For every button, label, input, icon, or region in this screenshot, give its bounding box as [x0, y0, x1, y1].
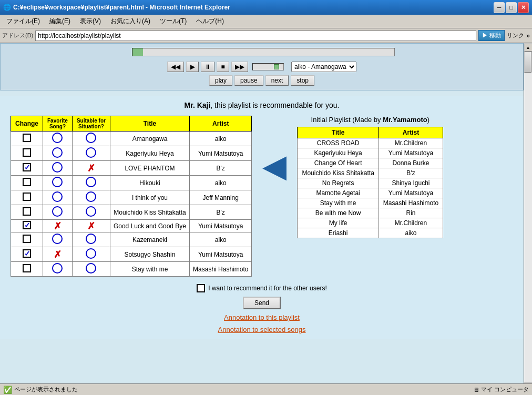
list-item: Change Of HeartDonna Burke [298, 158, 443, 168]
change-cell[interactable] [11, 205, 43, 220]
suitable-cell [72, 232, 110, 247]
table-row: ✗LOVE PHANTOMB'z [11, 161, 252, 176]
recommend-checkbox[interactable] [197, 284, 205, 292]
volume-slider[interactable] [252, 63, 284, 70]
initial-artist-cell: B'z [378, 168, 443, 178]
change-cell[interactable] [11, 190, 43, 205]
table-row: Kazemanekiaiko [11, 232, 252, 247]
circle-o-icon [86, 147, 96, 158]
minimize-button[interactable]: ─ [494, 2, 505, 13]
suitable-cell [72, 176, 110, 190]
circle-o-icon [52, 234, 63, 244]
change-checkbox[interactable] [23, 163, 31, 171]
address-input[interactable] [35, 31, 476, 41]
change-checkbox[interactable] [23, 134, 31, 142]
stop-button[interactable]: stop [291, 75, 314, 86]
menu-tools[interactable]: ツール(T) [156, 16, 191, 27]
change-checkbox[interactable] [23, 221, 31, 229]
suitable-cell [72, 247, 110, 262]
initial-playlist-table: Title Artist CROSS ROADMr.ChildrenKageri… [297, 127, 443, 238]
pause-ctrl-button[interactable]: ⏸ [201, 62, 214, 72]
send-button[interactable]: Send [243, 297, 281, 309]
list-item: No RegretsShinya Iguchi [298, 178, 443, 188]
col-header-favorite: FavoriteSong? [43, 116, 73, 131]
col-header-title: Title [110, 116, 189, 131]
close-button[interactable]: ✕ [518, 2, 529, 13]
change-checkbox[interactable] [23, 235, 31, 243]
menu-view[interactable]: 表示(V) [76, 16, 105, 27]
change-cell[interactable] [11, 232, 43, 247]
stop-ctrl-button[interactable]: ■ [217, 62, 229, 72]
recommend-label: I want to recommend it for the other use… [208, 285, 326, 292]
maximize-button[interactable]: □ [506, 2, 517, 13]
links-button[interactable]: リンク [507, 32, 524, 39]
go-button[interactable]: ▶ 移動 [478, 30, 505, 41]
title-cell: Sotsugyo Shashin [110, 247, 189, 262]
progress-bar[interactable] [132, 48, 395, 56]
suitable-cell [72, 205, 110, 220]
table-row: ✗Sotsugyo ShashinYumi Matsutoya [11, 247, 252, 262]
track-select[interactable]: aiko - Amanogawa [291, 62, 356, 72]
menu-favorites[interactable]: お気に入り(A) [106, 16, 155, 27]
rewind-button[interactable]: ◀◀ [167, 62, 184, 72]
title-cell: Kageriyuku Heya [110, 146, 189, 161]
next-button[interactable]: next [265, 75, 289, 86]
suitable-cell: ✗ [72, 161, 110, 176]
content-wrapper: ◀◀ ▶ ⏸ ■ ▶▶ aiko - Amanogawa play pause [0, 43, 532, 391]
annotation-songs-link[interactable]: Annotation to selected songs [218, 326, 306, 333]
table-row: Amanogawaaiko [11, 131, 252, 146]
title-bar-buttons: ─ □ ✕ [494, 2, 529, 13]
initial-title-cell: My life [298, 218, 378, 228]
pause-button[interactable]: pause [234, 75, 263, 86]
suitable-cell [72, 146, 110, 161]
change-cell[interactable] [11, 131, 43, 146]
media-player: ◀◀ ▶ ⏸ ■ ▶▶ aiko - Amanogawa play pause [0, 43, 524, 90]
menu-file[interactable]: ファイル(E) [2, 16, 44, 27]
x-mark-icon: ✗ [54, 249, 62, 260]
scroll-up-button[interactable]: ▲ [524, 43, 533, 52]
arrow-container: ◀ [262, 116, 287, 184]
play-button[interactable]: play [209, 75, 232, 86]
change-cell[interactable] [11, 176, 43, 190]
change-cell[interactable] [11, 161, 43, 176]
table-row: Hikoukiaiko [11, 176, 252, 190]
circle-o-icon [52, 263, 63, 274]
x-mark-icon: ✗ [54, 221, 62, 231]
arrow-right-icon: » [526, 32, 530, 39]
change-checkbox[interactable] [23, 148, 31, 157]
change-checkbox[interactable] [23, 178, 31, 186]
menu-help[interactable]: ヘルプ(H) [192, 16, 228, 27]
circle-o-icon [52, 177, 63, 187]
x-mark-icon: ✗ [87, 221, 95, 231]
initial-artist-cell: Shinya Iguchi [378, 178, 443, 188]
computer-icon: 🖥 [473, 387, 479, 391]
scroll-track[interactable] [524, 52, 532, 382]
left-arrow-icon: ◀ [262, 147, 287, 184]
bottom-area: I want to recommend it for the other use… [11, 284, 513, 333]
change-checkbox[interactable] [23, 249, 31, 258]
favorite-cell [43, 161, 73, 176]
change-checkbox[interactable] [23, 207, 31, 216]
scroll-thumb[interactable] [524, 52, 531, 73]
change-checkbox[interactable] [23, 264, 31, 272]
change-checkbox[interactable] [23, 193, 31, 201]
artist-cell: Jeff Manning [190, 190, 252, 205]
play-ctrl-button[interactable]: ▶ [186, 62, 199, 72]
status-bar: ✅ ページが表示されました 🖥 マイ コンピュータ [0, 383, 532, 391]
change-cell[interactable] [11, 262, 43, 277]
favorite-cell: ✗ [43, 220, 73, 232]
change-cell[interactable] [11, 146, 43, 161]
menu-edit[interactable]: 編集(E) [45, 16, 75, 27]
annotation-playlist-link[interactable]: Annotation to this playlist [224, 313, 300, 321]
greeting-name: Mr. Kaji [185, 101, 211, 109]
initial-title-cell: Mamotte Agetai [298, 188, 378, 198]
initial-artist-cell: Masashi Hashimoto [378, 198, 443, 208]
change-cell[interactable] [11, 220, 43, 232]
main-scroll-area[interactable]: ◀◀ ▶ ⏸ ■ ▶▶ aiko - Amanogawa play pause [0, 43, 524, 391]
change-cell[interactable] [11, 247, 43, 262]
initial-col-header-artist: Artist [378, 127, 443, 138]
table-row: Mouichido Kiss ShitakattaB'z [11, 205, 252, 220]
fast-forward-button[interactable]: ▶▶ [231, 62, 248, 72]
player-text-buttons: play pause next stop [209, 75, 314, 86]
artist-cell: Yumi Matsutoya [190, 146, 252, 161]
